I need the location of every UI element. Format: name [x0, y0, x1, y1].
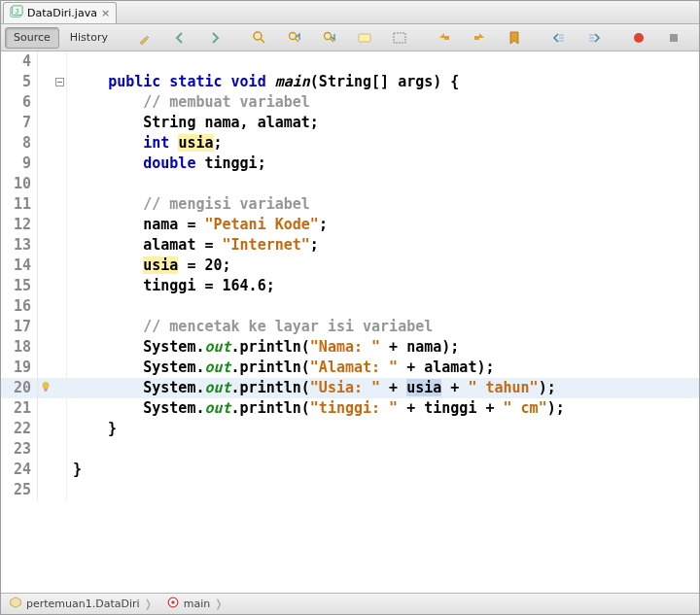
code-text[interactable]: // membuat variabel	[67, 92, 699, 113]
find-prev-button[interactable]	[278, 27, 311, 49]
forward-icon	[207, 30, 223, 46]
prev-bookmark-icon	[437, 30, 452, 46]
glyph-margin	[38, 92, 53, 113]
next-bookmark-icon	[472, 30, 487, 46]
code-text[interactable]	[67, 51, 699, 72]
svg-rect-6	[359, 34, 370, 42]
code-line[interactable]: 19 System.out.println("Alamat: " + alama…	[1, 358, 699, 378]
toggle-rect-select-button[interactable]	[383, 27, 416, 49]
code-text[interactable]: System.out.println("Nama: " + nama);	[67, 337, 699, 358]
line-number: 14	[1, 256, 38, 276]
stop-icon	[666, 30, 682, 46]
stop-macro-button[interactable]	[657, 27, 690, 49]
editor-tabbar: J DataDiri.java ×	[1, 1, 699, 24]
close-tab-icon[interactable]: ×	[101, 7, 110, 19]
code-line[interactable]: 8 int usia;	[1, 133, 699, 154]
source-view-button[interactable]: Source	[5, 27, 59, 49]
toggle-highlight-button[interactable]	[348, 27, 381, 49]
history-view-button[interactable]: History	[61, 27, 117, 49]
code-line[interactable]: 20 System.out.println("Usia: " + usia + …	[1, 378, 699, 398]
java-class-icon: J	[10, 5, 23, 21]
code-text[interactable]: int usia;	[67, 133, 699, 154]
code-text[interactable]: }	[67, 460, 699, 480]
code-line[interactable]: 7 String nama, alamat;	[1, 113, 699, 133]
prev-bookmark-button[interactable]	[428, 27, 461, 49]
code-line[interactable]: 9 double tinggi;	[1, 154, 699, 174]
glyph-margin	[38, 439, 53, 460]
code-line[interactable]: 4	[1, 51, 699, 72]
code-line[interactable]: 13 alamat = "Internet";	[1, 235, 699, 256]
last-edit-icon	[137, 30, 153, 46]
code-line[interactable]: 5 public static void main(String[] args)…	[1, 72, 699, 92]
line-number: 22	[1, 419, 38, 439]
code-text[interactable]	[67, 480, 699, 500]
code-line[interactable]: 18 System.out.println("Nama: " + nama);	[1, 337, 699, 358]
lightbulb-icon[interactable]	[40, 378, 52, 398]
glyph-margin	[38, 480, 53, 500]
class-icon	[9, 596, 22, 612]
find-next-icon	[322, 30, 337, 46]
fold-margin	[53, 215, 67, 235]
code-text[interactable]	[67, 296, 699, 317]
line-number: 20	[1, 378, 38, 398]
code-text[interactable]: System.out.println("tinggi: " + tinggi +…	[67, 398, 699, 419]
line-number: 25	[1, 480, 38, 500]
chevron-right-icon: ❭	[214, 598, 223, 610]
code-text[interactable]	[67, 174, 699, 194]
code-text[interactable]: tinggi = 164.6;	[67, 276, 699, 296]
code-line[interactable]: 6 // membuat variabel	[1, 92, 699, 113]
fold-margin	[53, 419, 67, 439]
fold-collapse-icon[interactable]	[53, 72, 67, 92]
code-text[interactable]: usia = 20;	[67, 256, 699, 276]
code-line[interactable]: 22 }	[1, 419, 699, 439]
code-line[interactable]: 15 tinggi = 164.6;	[1, 276, 699, 296]
shift-right-icon	[586, 30, 602, 46]
line-number: 13	[1, 235, 38, 256]
glyph-margin	[38, 194, 53, 215]
code-editor[interactable]: 45 public static void main(String[] args…	[1, 51, 699, 593]
code-line[interactable]: 16	[1, 296, 699, 317]
find-selection-button[interactable]	[243, 27, 276, 49]
find-next-button[interactable]	[313, 27, 346, 49]
fold-margin	[53, 439, 67, 460]
code-text[interactable]: alamat = "Internet";	[67, 235, 699, 256]
svg-rect-8	[444, 36, 449, 40]
breadcrumb-class[interactable]: pertemuan1.DataDiri ❭	[5, 596, 158, 613]
code-line[interactable]: 11 // mengisi variabel	[1, 194, 699, 215]
code-text[interactable]: System.out.println("Usia: " + usia + " t…	[67, 378, 699, 398]
code-line[interactable]: 17 // mencetak ke layar isi variabel	[1, 317, 699, 337]
start-macro-button[interactable]	[622, 27, 655, 49]
forward-button[interactable]	[198, 27, 231, 49]
code-line[interactable]: 14 usia = 20;	[1, 256, 699, 276]
breadcrumb-method[interactable]: main ❭	[162, 596, 229, 613]
line-number: 15	[1, 276, 38, 296]
fold-margin	[53, 358, 67, 378]
code-text[interactable]: // mengisi variabel	[67, 194, 699, 215]
glyph-margin	[38, 256, 53, 276]
svg-rect-10	[559, 34, 564, 36]
code-line[interactable]: 10	[1, 174, 699, 194]
code-line[interactable]: 25	[1, 480, 699, 500]
code-text[interactable]: String nama, alamat;	[67, 113, 699, 133]
find-selection-icon	[252, 30, 267, 46]
code-line[interactable]: 24}	[1, 460, 699, 480]
file-tab[interactable]: J DataDiri.java ×	[3, 2, 117, 23]
last-edit-button[interactable]	[128, 27, 161, 49]
back-button[interactable]	[163, 27, 196, 49]
code-text[interactable]	[67, 439, 699, 460]
code-text[interactable]: nama = "Petani Kode";	[67, 215, 699, 235]
next-bookmark-button[interactable]	[463, 27, 496, 49]
code-text[interactable]: // mencetak ke layar isi variabel	[67, 317, 699, 337]
shift-left-button[interactable]	[542, 27, 576, 49]
code-line[interactable]: 21 System.out.println("tinggi: " + tingg…	[1, 398, 699, 419]
line-number: 19	[1, 358, 38, 378]
code-text[interactable]: public static void main(String[] args) {	[67, 72, 699, 92]
toggle-bookmark-button[interactable]	[498, 27, 531, 49]
shift-right-button[interactable]	[578, 27, 611, 49]
line-number: 6	[1, 92, 38, 113]
code-text[interactable]: System.out.println("Alamat: " + alamat);	[67, 358, 699, 378]
code-text[interactable]: }	[67, 419, 699, 439]
code-line[interactable]: 23	[1, 439, 699, 460]
code-text[interactable]: double tinggi;	[67, 154, 699, 174]
code-line[interactable]: 12 nama = "Petani Kode";	[1, 215, 699, 235]
